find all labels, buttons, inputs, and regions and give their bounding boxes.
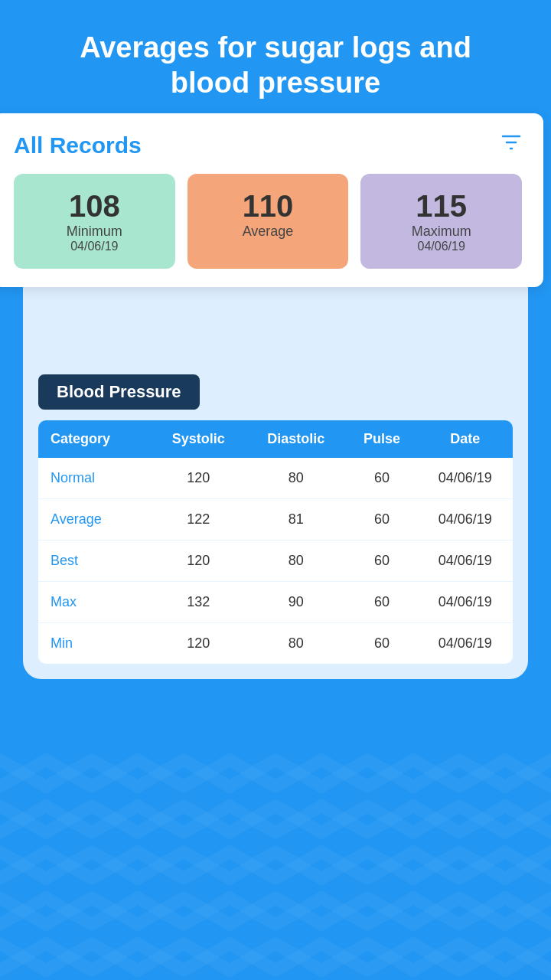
blood-pressure-section: Blood Pressure Category Systolic Diastol… bbox=[23, 362, 528, 679]
col-header-pulse: Pulse bbox=[347, 420, 418, 458]
all-records-card: All Records 108 Minimum 04/06/19 110 Ave… bbox=[0, 113, 543, 287]
cell-date: 04/06/19 bbox=[417, 458, 513, 499]
avg-label: Average bbox=[200, 224, 337, 240]
col-header-date: Date bbox=[417, 420, 513, 458]
cell-systolic: 120 bbox=[152, 541, 246, 582]
cell-date: 04/06/19 bbox=[417, 582, 513, 623]
col-header-systolic: Systolic bbox=[152, 420, 246, 458]
cell-diastolic: 81 bbox=[246, 499, 347, 541]
blood-pressure-label: Blood Pressure bbox=[38, 374, 200, 410]
all-records-title: All Records bbox=[14, 132, 142, 158]
cell-category: Best bbox=[38, 541, 152, 582]
max-value: 115 bbox=[373, 189, 510, 224]
cell-category: Max bbox=[38, 582, 152, 623]
cell-date: 04/06/19 bbox=[417, 499, 513, 541]
col-header-category: Category bbox=[38, 420, 152, 458]
table-row: Normal 120 80 60 04/06/19 bbox=[38, 458, 513, 499]
min-label: Minimum bbox=[26, 224, 163, 240]
cell-pulse: 60 bbox=[347, 582, 418, 623]
cell-category: Min bbox=[38, 623, 152, 665]
cell-category: Normal bbox=[38, 458, 152, 499]
avg-value: 110 bbox=[200, 189, 337, 224]
cell-diastolic: 90 bbox=[246, 582, 347, 623]
filter-icon[interactable] bbox=[500, 132, 522, 158]
page-header: Averages for sugar logs and blood pressu… bbox=[0, 0, 551, 123]
table-row: Average 122 81 60 04/06/19 bbox=[38, 499, 513, 541]
cell-date: 04/06/19 bbox=[417, 541, 513, 582]
cell-diastolic: 80 bbox=[246, 623, 347, 665]
stat-box-avg: 110 Average bbox=[187, 174, 349, 269]
cell-diastolic: 80 bbox=[246, 458, 347, 499]
cell-category: Average bbox=[38, 499, 152, 541]
cell-systolic: 122 bbox=[152, 499, 246, 541]
table-row: Best 120 80 60 04/06/19 bbox=[38, 541, 513, 582]
cell-pulse: 60 bbox=[347, 458, 418, 499]
min-value: 108 bbox=[26, 189, 163, 224]
table-row: Max 132 90 60 04/06/19 bbox=[38, 582, 513, 623]
cell-systolic: 132 bbox=[152, 582, 246, 623]
table-row: Min 120 80 60 04/06/19 bbox=[38, 623, 513, 665]
max-date: 04/06/19 bbox=[373, 240, 510, 253]
header-title: Averages for sugar logs and blood pressu… bbox=[80, 31, 471, 99]
cell-pulse: 60 bbox=[347, 623, 418, 665]
min-date: 04/06/19 bbox=[26, 240, 163, 253]
cell-pulse: 60 bbox=[347, 499, 418, 541]
stat-box-min: 108 Minimum 04/06/19 bbox=[14, 174, 175, 269]
blood-pressure-table: Category Systolic Diastolic Pulse Date N… bbox=[38, 420, 513, 664]
cell-diastolic: 80 bbox=[246, 541, 347, 582]
cell-systolic: 120 bbox=[152, 623, 246, 665]
stat-box-max: 115 Maximum 04/06/19 bbox=[360, 174, 522, 269]
cell-systolic: 120 bbox=[152, 458, 246, 499]
cell-date: 04/06/19 bbox=[417, 623, 513, 665]
stats-boxes: 108 Minimum 04/06/19 110 Average 115 Max… bbox=[14, 174, 522, 269]
max-label: Maximum bbox=[373, 224, 510, 240]
all-records-header: All Records bbox=[14, 132, 522, 158]
col-header-diastolic: Diastolic bbox=[246, 420, 347, 458]
background-pattern bbox=[0, 750, 551, 980]
cell-pulse: 60 bbox=[347, 541, 418, 582]
